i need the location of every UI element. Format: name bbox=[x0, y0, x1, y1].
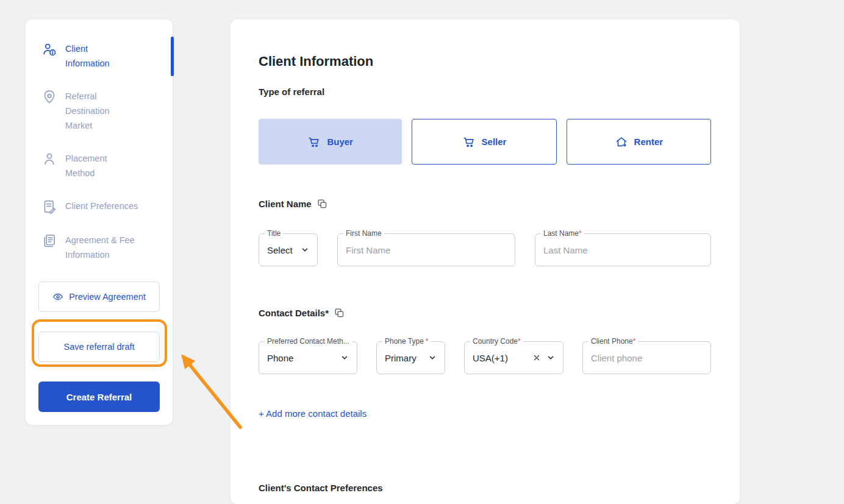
contact-details-heading-row: Contact Details* bbox=[259, 308, 711, 318]
cart-icon bbox=[307, 135, 321, 149]
eye-icon bbox=[52, 291, 63, 302]
active-step-indicator bbox=[171, 37, 174, 76]
person-icon bbox=[41, 151, 57, 167]
sidebar-item-label: Client Preferences bbox=[65, 199, 138, 215]
seller-option[interactable]: Seller bbox=[412, 119, 556, 165]
client-phone-field: Client Phone* bbox=[582, 341, 711, 374]
chevron-down-icon bbox=[546, 353, 555, 362]
preview-agreement-button[interactable]: Preview Agreement bbox=[38, 282, 160, 312]
preferred-contact-method-value: Phone bbox=[267, 353, 340, 363]
sidebar-item-label: Placement Method bbox=[65, 151, 132, 180]
save-referral-draft-button[interactable]: Save referral draft bbox=[38, 332, 160, 362]
first-name-input[interactable] bbox=[346, 245, 507, 255]
sidebar-item-agreement-fee[interactable]: Agreement & Fee Information bbox=[41, 233, 163, 262]
steps-nav: Client Information Referral Destination … bbox=[26, 20, 173, 282]
client-information-panel: Client Information Type of referral Buye… bbox=[231, 20, 740, 504]
sidebar-item-label: Referral Destination Market bbox=[65, 89, 126, 133]
chevron-down-icon bbox=[340, 353, 349, 362]
clear-icon[interactable] bbox=[532, 353, 541, 362]
last-name-input[interactable] bbox=[543, 245, 703, 255]
contact-details-heading: Contact Details* bbox=[259, 308, 329, 318]
sidebar-item-referral-destination-market[interactable]: Referral Destination Market bbox=[41, 89, 163, 133]
client-name-heading: Client Name bbox=[259, 199, 312, 209]
referral-steps-sidebar: Client Information Referral Destination … bbox=[26, 20, 173, 425]
buyer-option-label: Buyer bbox=[327, 137, 353, 147]
destination-pin-icon bbox=[41, 89, 57, 105]
client-name-fields: Title Select First Name Last Name* bbox=[259, 233, 711, 266]
client-phone-input[interactable] bbox=[591, 353, 703, 363]
type-of-referral-label: Type of referral bbox=[259, 87, 711, 97]
country-code-select[interactable]: Country Code* USA(+1) bbox=[464, 341, 563, 374]
seller-option-label: Seller bbox=[482, 137, 507, 147]
renter-option-label: Renter bbox=[634, 137, 663, 147]
last-name-field: Last Name* bbox=[535, 233, 711, 266]
add-more-contact-details-link[interactable]: + Add more contact details bbox=[259, 408, 367, 419]
save-referral-draft-label: Save referral draft bbox=[63, 342, 134, 352]
sidebar-item-placement-method[interactable]: Placement Method bbox=[41, 151, 163, 180]
documents-stack-icon bbox=[41, 233, 57, 249]
buyer-option[interactable]: Buyer bbox=[259, 119, 402, 165]
copy-icon[interactable] bbox=[334, 308, 345, 318]
contact-details-fields: Preferred Contact Meth... Phone Phone Ty… bbox=[259, 341, 711, 374]
document-edit-icon bbox=[41, 199, 57, 215]
home-icon bbox=[615, 135, 628, 149]
renter-option[interactable]: Renter bbox=[567, 119, 711, 165]
cart-icon bbox=[462, 135, 476, 149]
preferred-contact-method-select[interactable]: Preferred Contact Meth... Phone bbox=[259, 341, 357, 374]
sidebar-item-client-preferences[interactable]: Client Preferences bbox=[41, 199, 163, 215]
phone-type-value: Primary bbox=[385, 353, 428, 363]
title-select-value: Select bbox=[267, 245, 301, 255]
chevron-down-icon bbox=[428, 353, 437, 362]
contact-preferences-heading: Client's Contact Preferences bbox=[259, 483, 711, 493]
page-title: Client Information bbox=[259, 54, 711, 69]
create-referral-label: Create Referral bbox=[66, 392, 132, 402]
sidebar-item-label: Agreement & Fee Information bbox=[65, 233, 145, 262]
country-code-value: USA(+1) bbox=[473, 353, 532, 363]
create-referral-button[interactable]: Create Referral bbox=[38, 382, 160, 412]
client-info-icon bbox=[41, 41, 57, 57]
title-select[interactable]: Title Select bbox=[259, 233, 318, 266]
first-name-field: First Name bbox=[337, 233, 515, 266]
client-name-heading-row: Client Name bbox=[259, 199, 711, 209]
referral-type-options: Buyer Seller Renter bbox=[259, 119, 711, 165]
preview-agreement-label: Preview Agreement bbox=[69, 292, 146, 302]
sidebar-item-label: Client Information bbox=[65, 41, 124, 71]
copy-icon[interactable] bbox=[317, 199, 327, 209]
sidebar-item-client-information[interactable]: Client Information bbox=[41, 41, 163, 71]
chevron-down-icon bbox=[301, 246, 309, 254]
phone-type-select[interactable]: Phone Type* Primary bbox=[376, 341, 445, 374]
